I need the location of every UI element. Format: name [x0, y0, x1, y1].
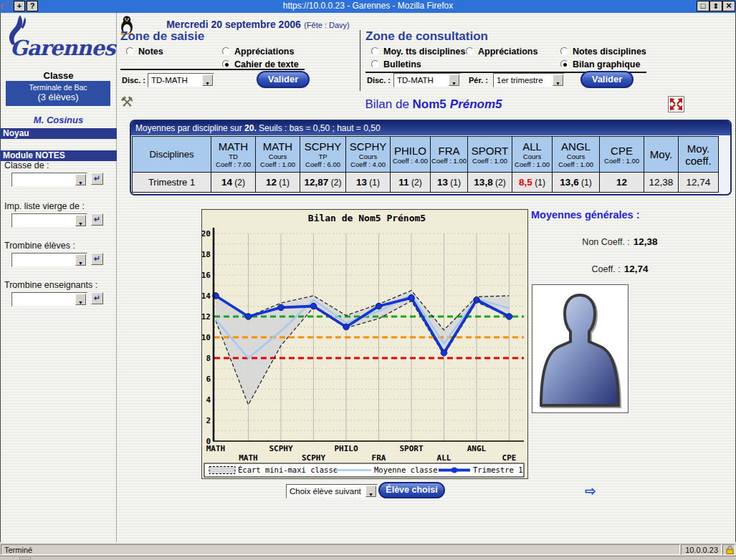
- radio-circle[interactable]: [560, 47, 568, 55]
- radio-label[interactable]: Moy. tts disciplines: [383, 47, 465, 57]
- radio-circle[interactable]: [371, 60, 379, 68]
- radio-circle[interactable]: [466, 47, 474, 55]
- trombine-enseignants-select[interactable]: ▼: [11, 292, 87, 306]
- classe-heading: Classe: [0, 70, 117, 81]
- chevron-down-icon[interactable]: ▼: [75, 215, 86, 226]
- column-name: SCPHY: [347, 140, 389, 153]
- y-tick-label: 14: [202, 291, 211, 301]
- chevron-down-glyph: ▼: [368, 492, 373, 497]
- chevron-down-icon[interactable]: ▼: [75, 254, 86, 266]
- radio-circle[interactable]: [222, 47, 230, 55]
- chevron-down-icon[interactable]: ▼: [553, 74, 563, 86]
- shade-button[interactable]: ⇕: [709, 1, 722, 11]
- imp-liste-vierge-submit-button[interactable]: ↵: [91, 213, 103, 226]
- trombine-eleves-select[interactable]: ▼: [11, 253, 87, 267]
- security-panel[interactable]: [722, 544, 735, 555]
- trimestre1-marker: [474, 297, 480, 304]
- radio-label[interactable]: Appréciations: [234, 47, 294, 57]
- saisie-disc-select[interactable]: TD-MATH▼: [148, 73, 214, 87]
- column-name: MATH: [212, 140, 254, 153]
- column-coeff: Coeff : 1.00: [469, 157, 511, 165]
- column-sub: Cours: [513, 153, 551, 160]
- expand-icon[interactable]: [668, 96, 684, 112]
- column-name: Moy.: [645, 148, 677, 160]
- choix-eleve-select[interactable]: Choix élève suivant▼: [286, 484, 378, 498]
- consultation-valider-button[interactable]: Valider: [580, 71, 634, 88]
- x-tick-label: SCPHY: [269, 444, 292, 453]
- radio-circle[interactable]: [222, 60, 230, 68]
- progress-strip: [0, 556, 736, 560]
- chart-title: Bilan de Nom5 Prénom5: [308, 213, 426, 223]
- consultation-periode-select[interactable]: 1er trimestre▼: [493, 73, 565, 87]
- y-tick-label: 2: [206, 416, 211, 425]
- column-name: Disciplines: [133, 149, 210, 160]
- grades-holder: DisciplinesMATHTDCoeff : 7.00MATHCoursCo…: [131, 136, 730, 193]
- zone-consultation-options: Moy. tts disciplinesAppréciationsNotes d…: [365, 43, 732, 70]
- chevron-down-icon[interactable]: ▼: [365, 486, 376, 497]
- close-button[interactable]: ×: [722, 1, 735, 11]
- classe-de-row: ▼↵: [4, 173, 115, 187]
- radio-circle[interactable]: [371, 47, 379, 55]
- x-tick-label: MATH: [239, 453, 258, 463]
- radio-label[interactable]: Notes: [138, 47, 163, 57]
- radio-label[interactable]: Appréciations: [478, 47, 537, 57]
- sidebar-field-imp-liste-vierge: Imp. liste vierge de : ▼↵: [4, 201, 115, 228]
- classe-de-submit-button[interactable]: ↵: [91, 173, 103, 185]
- coeff-value: 12,74: [624, 264, 649, 274]
- section-noyau[interactable]: Noyau: [0, 128, 117, 139]
- legend-trimestre-marker: [451, 468, 457, 473]
- radio-label[interactable]: Notes disciplines: [573, 47, 646, 57]
- coeff-line: Coeff. :12,74: [534, 264, 706, 274]
- page-title-prenom: Prénom5: [450, 97, 502, 111]
- trimestre1-marker: [376, 303, 382, 309]
- classe-box: Terminale de Bac (3 élèves): [6, 81, 110, 106]
- x-tick-label: ANGL: [467, 444, 487, 453]
- trimestre1-marker: [310, 303, 317, 309]
- consultation-disc-label: Disc. :: [367, 76, 391, 85]
- column-header-math-td: MATHTDCoeff : 7.00: [211, 137, 256, 173]
- radio-bulletins[interactable]: Bulletins: [371, 57, 421, 70]
- sidebar-field-trombine-enseignants: Trombine enseignants : ▼↵: [4, 280, 115, 306]
- grades-row: Trimestre 114 (2)12 (1)12,87 (2)13 (1)11…: [133, 173, 719, 193]
- chevron-down-icon[interactable]: ▼: [449, 74, 459, 86]
- grade-value: 12,87: [305, 177, 329, 188]
- radio-notes[interactable]: Notes: [126, 44, 163, 57]
- chevron-down-glyph: ▼: [78, 180, 83, 185]
- x-tick-label: ALL: [437, 453, 451, 463]
- consultation-disc-select[interactable]: TD-MATH▼: [393, 73, 461, 87]
- radio-label[interactable]: Cahier de texte: [234, 59, 299, 69]
- eleve-choisi-button[interactable]: Élève choisi: [378, 482, 445, 498]
- imp-liste-vierge-row: ▼↵: [4, 213, 115, 228]
- trombine-eleves-submit-button[interactable]: ↵: [91, 253, 103, 265]
- radio-circle[interactable]: [126, 47, 134, 55]
- radio-appreciations[interactable]: Appréciations: [222, 44, 294, 57]
- trombine-enseignants-submit-button[interactable]: ↵: [91, 292, 103, 304]
- grade-cell: 11 (2): [391, 173, 431, 193]
- column-header-cpe: CPECoeff : 1.00: [600, 137, 644, 173]
- chevron-down-icon[interactable]: ▼: [75, 174, 86, 185]
- chevron-down-icon[interactable]: ▼: [75, 294, 86, 305]
- x-tick-label: FRA: [372, 453, 386, 463]
- chevron-down-icon[interactable]: ▼: [202, 74, 213, 86]
- radio-circle[interactable]: [560, 60, 568, 68]
- saisie-valider-button[interactable]: Valider: [257, 71, 310, 88]
- grade-cell: 13,6 (1): [553, 173, 600, 193]
- grade-cell: 12,74: [679, 173, 719, 193]
- maximize-button[interactable]: □: [697, 1, 709, 11]
- section-module-notes[interactable]: Module NOTES: [0, 150, 117, 161]
- next-arrow-icon[interactable]: ⇨: [585, 483, 596, 499]
- tools-icon[interactable]: ⚒: [120, 93, 133, 110]
- progress-segment: [19, 557, 31, 559]
- y-tick-label: 16: [202, 271, 211, 280]
- grade-value: 12,74: [687, 177, 711, 188]
- radio-moy-tts-disciplines[interactable]: Moy. tts disciplines: [371, 44, 465, 57]
- radio-bilan-graphique[interactable]: Bilan graphique: [560, 57, 640, 70]
- chevron-down-glyph: ▼: [78, 261, 83, 266]
- radio-notes-disciplines[interactable]: Notes disciplines: [560, 44, 646, 57]
- imp-liste-vierge-select[interactable]: ▼: [11, 213, 87, 228]
- classe-de-select[interactable]: ▼: [11, 173, 87, 187]
- radio-label[interactable]: Bulletins: [383, 59, 421, 69]
- coeff-label: Coeff. :: [592, 264, 621, 274]
- radio-label[interactable]: Bilan graphique: [573, 59, 640, 69]
- radio-appreciations[interactable]: Appréciations: [466, 44, 537, 57]
